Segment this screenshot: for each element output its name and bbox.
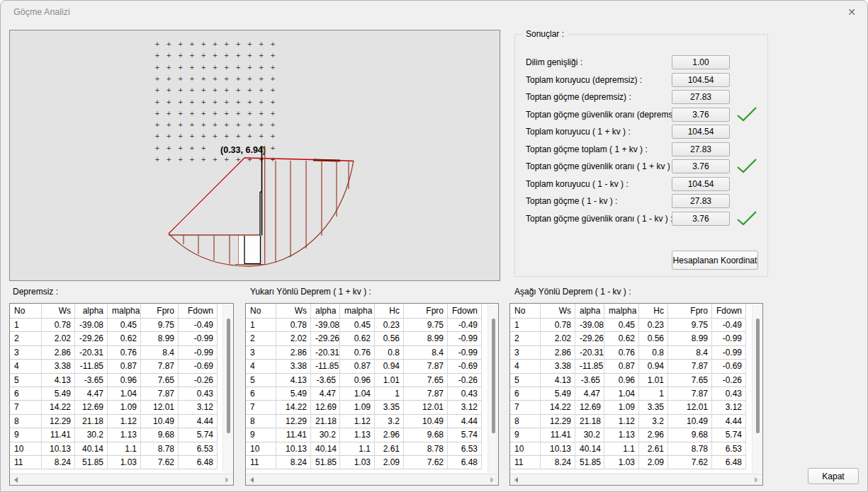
table-cell: 1.09 <box>108 401 141 414</box>
column-header-hc[interactable]: Hc <box>639 304 668 319</box>
column-header-alpha[interactable]: alpha <box>75 304 108 319</box>
svg-text:+: + <box>155 155 159 164</box>
column-header-ws[interactable]: Ws <box>276 304 311 319</box>
table-cell: 10.49 <box>141 415 179 428</box>
horizontal-scrollbar[interactable] <box>10 474 233 485</box>
table-cell: -3.65 <box>75 374 108 387</box>
svg-text:+: + <box>201 120 205 129</box>
table-cell: 8.24 <box>42 456 75 469</box>
slip-surface-figure <box>169 146 354 266</box>
result-value-field: 104.54 <box>672 125 730 139</box>
svg-text:+: + <box>247 51 252 59</box>
table-cell: 7 <box>246 401 276 414</box>
column-header-no[interactable]: No <box>246 304 276 319</box>
vertical-scrollbar-thumb[interactable] <box>492 319 495 433</box>
vertical-scrollbar[interactable] <box>222 304 233 473</box>
table-cell: 0.56 <box>639 332 668 345</box>
horizontal-scrollbar[interactable] <box>246 474 498 485</box>
column-header-alpha[interactable]: alpha <box>575 304 604 319</box>
result-label: Toptan göçme güvenlik oranı ( 1 - kv ) : <box>526 212 672 226</box>
column-header-fpro[interactable]: Fpro <box>404 304 448 319</box>
table-cell: 0.45 <box>340 319 375 332</box>
result-label: Toplam koruyucu ( 1 - kv ) : <box>526 177 629 191</box>
column-header-ws[interactable]: Ws <box>541 304 575 319</box>
table-cell: -39.08 <box>311 319 340 332</box>
table-cell: -11.85 <box>311 360 340 373</box>
table-cell: 0.43 <box>448 387 482 401</box>
table-cell: 5.49 <box>276 387 311 401</box>
result-value-field: 3.76 <box>672 108 730 122</box>
column-header-no[interactable]: No <box>510 304 541 319</box>
slip-circle-drawing: ++++++++++++++++++++++++++++++++++++++++… <box>10 30 500 280</box>
table-row: 32.86-20.310.760.88.4-0.99 <box>246 346 498 360</box>
results-legend: Sonuçlar : <box>522 29 568 39</box>
table-cell: 30.2 <box>575 428 604 442</box>
table-cell: 7.87 <box>141 387 179 401</box>
table-row: 1010.1340.141.12.618.786.53 <box>510 442 762 456</box>
vertical-scrollbar-thumb[interactable] <box>227 319 230 433</box>
column-header-alpha[interactable]: alpha <box>311 304 340 319</box>
table-cell: 1.09 <box>340 401 375 414</box>
table-cell: 21.18 <box>575 415 604 428</box>
svg-text:+: + <box>190 40 194 48</box>
kapat-button[interactable]: Kapat <box>808 468 859 484</box>
column-header-ws[interactable]: Ws <box>42 304 75 319</box>
scroll-left-icon[interactable] <box>514 477 518 483</box>
scroll-left-icon[interactable] <box>14 477 18 483</box>
column-header-fpro[interactable]: Fpro <box>668 304 712 319</box>
table-cell: 8.24 <box>541 456 575 469</box>
column-header-hc[interactable]: Hc <box>375 304 404 319</box>
table-cell: 1.13 <box>108 428 141 442</box>
scroll-right-icon[interactable] <box>225 477 229 483</box>
vertical-scrollbar-thumb[interactable] <box>756 319 760 433</box>
scroll-left-icon[interactable] <box>250 477 254 483</box>
table-cell: 3.38 <box>42 360 75 373</box>
table-cell: 0.45 <box>604 319 639 332</box>
table-cell: 9 <box>246 428 276 442</box>
table-cell: 6.48 <box>179 456 218 469</box>
result-label: Toptan göçme (depremsiz) : <box>526 90 631 104</box>
scroll-right-icon[interactable] <box>490 477 494 483</box>
svg-text:+: + <box>201 51 205 59</box>
column-header-malpha[interactable]: malpha <box>340 304 375 319</box>
table-cell: 2.02 <box>42 332 75 345</box>
table-cell: 8 <box>246 415 276 428</box>
vertical-scrollbar[interactable] <box>487 304 498 473</box>
svg-text:+: + <box>271 132 275 140</box>
svg-text:+: + <box>225 63 229 71</box>
vertical-scrollbar[interactable] <box>752 304 762 473</box>
result-label: Toptan göçme güvenlik oranı ( 1 + kv ) : <box>526 159 675 173</box>
close-icon[interactable]: ✕ <box>845 5 859 19</box>
column-header-fdown[interactable]: Fdown <box>712 304 746 319</box>
table-cell: 8.4 <box>404 346 448 360</box>
svg-text:+: + <box>201 155 205 164</box>
table-cell: -20.31 <box>75 346 108 360</box>
table-cell: 2.96 <box>375 428 404 442</box>
table-cell: 6.53 <box>179 442 218 456</box>
table-cell: -0.49 <box>712 319 746 332</box>
table-cell: 4.44 <box>712 415 746 428</box>
hesaplanan-koordinat-button[interactable]: Hesaplanan Koordinat <box>672 251 758 270</box>
table-row: 911.4130.21.139.685.74 <box>10 428 233 442</box>
table-cell: 0.62 <box>340 332 375 345</box>
column-header-fdown[interactable]: Fdown <box>179 304 218 319</box>
table-header-row: NoWsalphamalphaHcFproFdown <box>510 304 762 319</box>
svg-text:+: + <box>155 40 159 48</box>
table-row: 10.78-39.080.450.239.75-0.49 <box>510 319 762 332</box>
table-cell: 6.48 <box>448 456 482 469</box>
svg-text:+: + <box>190 132 194 140</box>
column-header-fpro[interactable]: Fpro <box>141 304 179 319</box>
table-row: 911.4130.21.132.969.685.74 <box>510 428 762 442</box>
table-cell: 2 <box>246 332 276 345</box>
column-header-no[interactable]: No <box>10 304 42 319</box>
table-cell: 0.94 <box>375 360 404 373</box>
table-cell: 4.13 <box>541 374 575 387</box>
column-header-fdown[interactable]: Fdown <box>448 304 482 319</box>
svg-text:+: + <box>213 109 217 118</box>
horizontal-scrollbar[interactable] <box>510 474 762 485</box>
column-header-malpha[interactable]: malpha <box>108 304 141 319</box>
svg-text:+: + <box>178 40 182 48</box>
column-header-malpha[interactable]: malpha <box>604 304 639 319</box>
table-cell: -0.69 <box>448 360 482 373</box>
scroll-right-icon[interactable] <box>755 477 758 483</box>
